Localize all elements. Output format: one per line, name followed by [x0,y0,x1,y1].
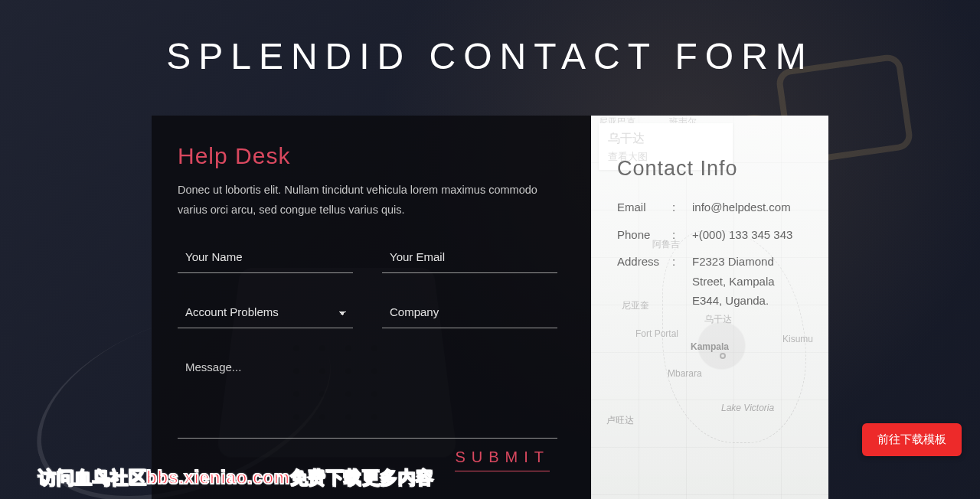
help-desk-heading: Help Desk [178,143,557,169]
contact-info-heading: Contact Info [617,157,805,181]
company-input[interactable] [382,298,557,328]
contact-colon: : [672,225,692,245]
page-title: SPLENDID CONTACT FORM [0,35,980,77]
contact-info-panel: 尼亚巴克 班韦尔 阿鲁吉 尼亚奎 Kampala Fort Portal Mba… [591,116,828,499]
contact-row-phone: Phone : +(000) 133 345 343 [617,225,805,245]
help-desk-description: Donec ut lobortis elit. Nullam tincidunt… [178,180,557,220]
contact-row-email: Email : info@helpdest.com [617,197,805,217]
contact-value-address: F2323 Diamond Street, Kampala E344, Ugan… [692,252,805,311]
download-template-button[interactable]: 前往下载模板 [862,423,962,456]
help-desk-panel: Help Desk Donec ut lobortis elit. Nullam… [152,116,591,499]
contact-info-overlay: Contact Info Email : info@helpdest.com P… [591,116,828,499]
contact-colon: : [672,197,692,217]
contact-label: Email [617,197,672,217]
contact-row-address: Address : F2323 Diamond Street, Kampala … [617,252,805,311]
contact-value-email: info@helpdest.com [692,197,805,217]
submit-button[interactable]: SUBMIT [455,448,550,471]
name-input[interactable] [178,243,353,273]
contact-value-phone: +(000) 133 345 343 [692,225,805,245]
contact-card: Help Desk Donec ut lobortis elit. Nullam… [152,116,828,499]
email-input[interactable] [382,243,557,273]
watermark-text: 访问血鸟社区bbs.xieniao.com免费下载更多内容 [38,466,434,490]
contact-label: Address [617,252,672,311]
contact-label: Phone [617,225,672,245]
topic-select[interactable]: Account Problems [178,298,353,328]
message-textarea[interactable] [178,353,557,439]
contact-colon: : [672,252,692,311]
